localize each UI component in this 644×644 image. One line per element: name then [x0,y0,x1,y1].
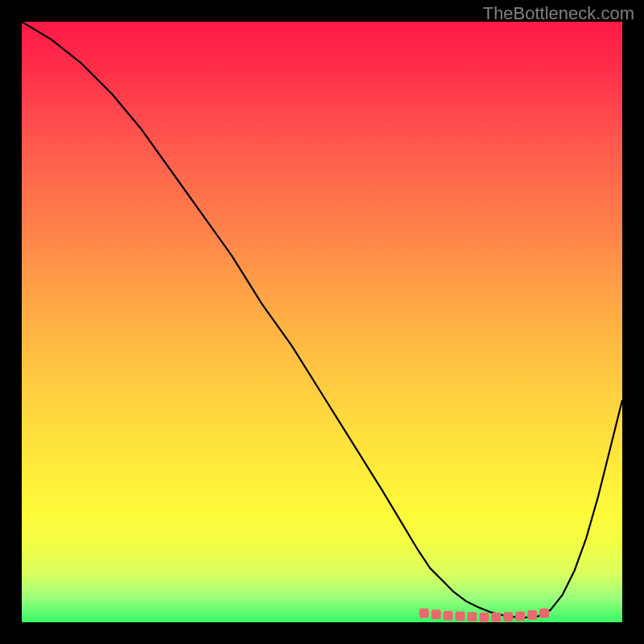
chart-svg [22,22,622,622]
svg-rect-2 [444,611,453,621]
svg-rect-10 [539,609,549,618]
svg-rect-9 [527,610,537,620]
svg-rect-6 [491,613,501,622]
svg-rect-1 [431,609,441,619]
svg-rect-3 [456,612,465,621]
svg-rect-0 [419,609,429,618]
svg-rect-5 [479,613,489,622]
svg-rect-4 [468,612,477,621]
watermark-text: TheBottleneck.com [483,3,634,24]
svg-rect-8 [515,612,525,621]
svg-rect-7 [503,612,513,621]
chart-plot-area [22,22,622,622]
bottleneck-curve [22,22,622,617]
